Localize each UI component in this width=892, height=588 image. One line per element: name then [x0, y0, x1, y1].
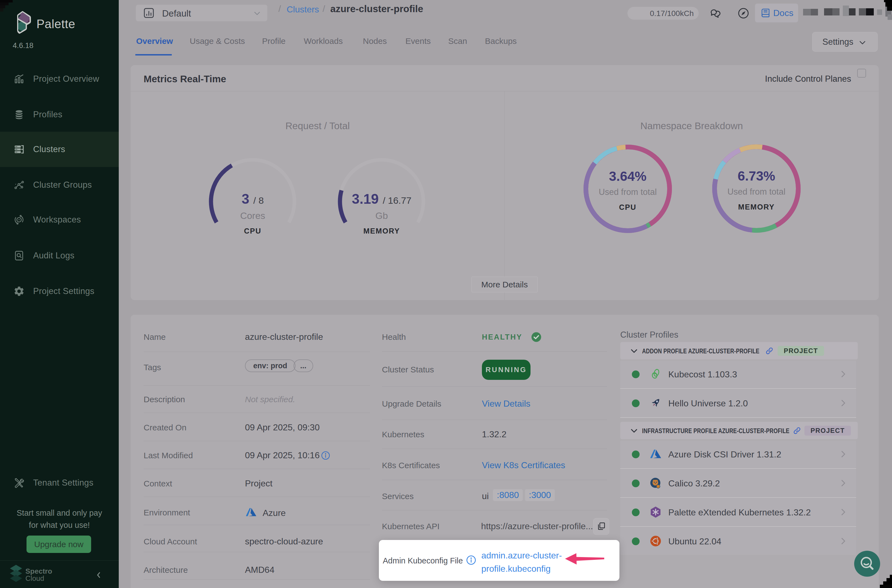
profile-item-name: Ubuntu 22.04 [668, 536, 721, 547]
info-icon[interactable] [321, 450, 330, 460]
gauge-memory-metric: MEMORY [338, 227, 426, 236]
kubecost-icon [649, 368, 662, 380]
hello-universe-icon [649, 397, 662, 410]
detail-value: 09 Apr 2025, 09:30 [245, 422, 320, 433]
metrics-card: Metrics Real-Time Include Control Planes… [131, 65, 879, 300]
services-prefix: ui [482, 491, 489, 501]
link-icon[interactable] [793, 426, 802, 435]
row-divider [382, 420, 607, 420]
sidebar-item-profiles[interactable]: Profiles [0, 97, 119, 132]
detail-value: AMD64 [245, 565, 275, 575]
tab-usage-costs[interactable]: Usage & Costs [190, 36, 245, 46]
project-selector[interactable]: Default [136, 5, 267, 21]
upgrade-now-button[interactable]: Upgrade now [27, 536, 91, 553]
breadcrumb-parent[interactable]: Clusters [287, 4, 319, 15]
chevron-right-icon [838, 369, 848, 379]
status-label: Upgrade Details [382, 399, 441, 409]
more-details-button[interactable]: More Details [472, 277, 538, 292]
donut-memory-percent: 6.73% [712, 168, 801, 184]
tag-more-pill[interactable]: ... [294, 359, 313, 372]
gauge-cpu-total: 8 [258, 195, 264, 206]
ubuntu-icon [649, 535, 662, 548]
profile-item-name: Kubecost 1.103.3 [668, 369, 737, 380]
metrics-title: Metrics Real-Time [144, 74, 226, 84]
sidebar-item-project-settings[interactable]: Project Settings [0, 274, 119, 309]
search-fab[interactable] [854, 551, 880, 577]
sidebar-item-tenant-settings[interactable]: Tenant Settings [0, 465, 119, 501]
status-label: Services [382, 492, 414, 501]
view-k8s-certificates-link[interactable]: View K8s Certificates [482, 460, 565, 470]
tab-workloads[interactable]: Workloads [304, 36, 343, 46]
sidebar-item-clusters[interactable]: Clusters [0, 132, 119, 167]
sidebar-item-audit-logs[interactable]: Audit Logs [0, 238, 119, 273]
profile-item-azure-disk[interactable]: Azure Disk CSI Driver 1.31.2 [620, 441, 856, 468]
breadcrumb-separator: / [278, 3, 281, 14]
compass-icon[interactable] [737, 7, 750, 20]
status-dot [632, 450, 640, 458]
chevron-right-icon [838, 507, 848, 517]
profile-item-name: Palette eXtended Kubernetes 1.32.2 [668, 507, 811, 518]
kubeconfig-link[interactable]: admin.azure-cluster- profile.kubeconfig [481, 549, 562, 575]
chat-icon[interactable] [709, 7, 722, 20]
settings-button[interactable]: Settings [812, 32, 878, 52]
profile-row-divider [620, 497, 856, 498]
info-icon[interactable] [466, 555, 477, 566]
gauge-cpu: 3 / 8 Cores CPU [209, 158, 297, 246]
profile-section-header-addon[interactable]: ADDON PROFILE AZURE-CLUSTER-PROFILE PROJ… [620, 342, 858, 359]
view-details-link[interactable]: View Details [482, 399, 530, 409]
sidebar-item-project-overview[interactable]: Project Overview [0, 61, 119, 97]
profile-item-pxk[interactable]: Palette eXtended Kubernetes 1.32.2 [620, 498, 856, 526]
profile-section-title: ADDON PROFILE AZURE-CLUSTER-PROFILE [642, 348, 760, 355]
detail-label: Description [144, 395, 185, 404]
breadcrumb-current: azure-cluster-profile [330, 3, 423, 14]
nodes-icon [13, 179, 25, 191]
tab-profile[interactable]: Profile [262, 36, 285, 46]
check-circle-icon [530, 331, 542, 343]
detail-value: Project [245, 478, 273, 489]
upsell-text: Start small and only pay for what you us… [0, 507, 119, 531]
tag-pill[interactable]: env: prod [245, 359, 296, 372]
sidebar-item-workspaces[interactable]: Workspaces [0, 202, 119, 237]
service-port-link[interactable]: :3000 [525, 489, 555, 501]
status-label: Cluster Status [382, 365, 434, 374]
health-status: HEALTHY [482, 333, 523, 342]
spectro-brand-text: Spectro Cloud [26, 568, 52, 582]
status-dot [632, 508, 640, 516]
gauge-cpu-metric: CPU [209, 227, 297, 236]
link-icon[interactable] [765, 346, 774, 355]
pxk-icon [649, 506, 662, 518]
sidebar-collapse-icon[interactable] [94, 570, 103, 580]
book-icon [760, 8, 771, 18]
bar-chart-icon [13, 73, 25, 85]
usage-pill-text: 0.17/100kCh [650, 9, 694, 18]
profile-item-kubecost[interactable]: Kubecost 1.103.3 [620, 360, 856, 388]
tab-events[interactable]: Events [405, 36, 431, 46]
azure-icon [649, 448, 662, 460]
profile-item-calico[interactable]: Calico 3.29.2 [620, 470, 856, 497]
service-port-link[interactable]: :8080 [493, 489, 523, 501]
docs-button[interactable]: Docs [755, 4, 798, 22]
status-dot [632, 480, 640, 487]
palette-logo[interactable] [16, 10, 32, 35]
sidebar-item-cluster-groups[interactable]: Cluster Groups [0, 167, 119, 202]
app-version: 4.6.18 [13, 41, 33, 50]
chevron-down-icon [630, 346, 638, 355]
donut-memory-caption: Used from total [712, 187, 801, 197]
status-label: Kubernetes API [382, 522, 439, 531]
donut-cpu: 3.64% Used from total CPU [583, 144, 672, 233]
orbit-icon [13, 214, 25, 225]
tab-overview[interactable]: Overview [136, 36, 173, 46]
profile-item-hello-universe[interactable]: Hello Universe 1.2.0 [620, 390, 856, 417]
chevron-right-icon [838, 478, 848, 488]
usage-pill: 0.17/100kCh [628, 7, 699, 20]
project-badge: PROJECT [778, 346, 824, 356]
tab-nodes[interactable]: Nodes [363, 36, 387, 46]
copy-button[interactable] [593, 518, 609, 535]
include-control-planes-checkbox[interactable] [857, 69, 866, 78]
tab-backups[interactable]: Backups [485, 36, 517, 46]
gauge-cpu-value: 3 [242, 191, 249, 207]
tab-scan[interactable]: Scan [448, 36, 467, 46]
profile-item-ubuntu[interactable]: Ubuntu 22.04 [620, 528, 856, 555]
profile-row-divider [620, 388, 856, 389]
profile-section-header-infra[interactable]: INFRASTRUCTURE PROFILE AZURE-CLUSTER-PRO… [620, 422, 858, 439]
